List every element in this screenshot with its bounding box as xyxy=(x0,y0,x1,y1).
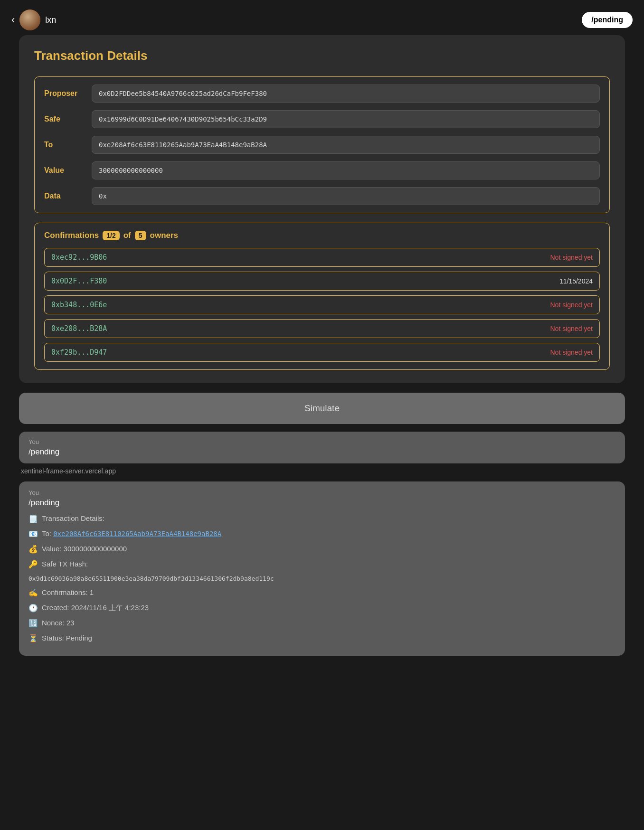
confirmations-section: Confirmations 1/2 of 5 owners 0xec92...9… xyxy=(34,223,610,370)
detail-text-7: Status: Pending xyxy=(42,633,92,644)
detail-text-1: To: 0xe208Af6c63E8110265Aab9A73EaA4B148e… xyxy=(42,528,221,539)
conf-row-1: 0x0D2F...F380 11/15/2024 xyxy=(44,272,600,291)
conf-current-badge: 1/2 xyxy=(103,231,119,240)
avatar-image xyxy=(19,9,40,30)
conf-row-4: 0xf29b...D947 Not signed yet xyxy=(44,343,600,362)
conf-address-1: 0x0D2F...F380 xyxy=(51,277,107,285)
detail-text-0: Transaction Details: xyxy=(42,513,104,524)
detail-emoji-7: ⏳ xyxy=(28,633,38,644)
conf-status-0: Not signed yet xyxy=(550,254,593,261)
proposer-label: Proposer xyxy=(44,89,92,98)
safe-value: 0x16999d6C0D91De64067430D9025b654bCc33a2… xyxy=(92,110,600,128)
detail-emoji-4: ✍️ xyxy=(28,587,38,599)
avatar xyxy=(19,9,40,30)
tx-title: Transaction Details xyxy=(34,48,610,63)
conf-row-0: 0xec92...9B06 Not signed yet xyxy=(44,248,600,267)
detail-line-6: 🔢 Nonce: 23 xyxy=(28,618,616,629)
detail-line-1: 📧 To: 0xe208Af6c63E8110265Aab9A73EaA4B14… xyxy=(28,528,616,540)
data-label: Data xyxy=(44,192,92,200)
data-row: Data 0x xyxy=(44,187,600,205)
conf-total-badge: 5 xyxy=(135,231,146,240)
simulate-button[interactable]: Simulate xyxy=(19,393,625,424)
server-url: xentinel-frame-server.vercel.app xyxy=(19,467,625,475)
value-label: Value xyxy=(44,166,92,175)
username: lxn xyxy=(45,15,56,25)
detail-text-2: Value: 3000000000000000 xyxy=(42,544,127,555)
header: ‹ lxn /pending xyxy=(0,0,644,35)
detail-line-2: 💰 Value: 3000000000000000 xyxy=(28,544,616,555)
detail-emoji-5: 🕐 xyxy=(28,603,38,614)
detail-line-3: 🔑 Safe TX Hash: xyxy=(28,559,616,570)
header-left: ‹ lxn xyxy=(11,9,56,30)
detail-line-7: ⏳ Status: Pending xyxy=(28,633,616,644)
conf-status-1: 11/15/2024 xyxy=(559,277,593,285)
main-content: Transaction Details Proposer 0x0D2FDDee5… xyxy=(0,35,644,656)
bubble-label: You xyxy=(28,438,616,445)
conf-address-3: 0xe208...B28A xyxy=(51,324,107,333)
conf-header: Confirmations 1/2 of 5 owners xyxy=(44,231,600,240)
details-bubble-label: You xyxy=(28,489,616,496)
detail-line-0: 🗒️ Transaction Details: xyxy=(28,513,616,525)
back-button[interactable]: ‹ xyxy=(11,14,15,26)
conf-row-3: 0xe208...B28A Not signed yet xyxy=(44,319,600,338)
detail-link-to[interactable]: 0xe208Af6c63E8110265Aab9A73EaA4B148e9aB2… xyxy=(53,530,221,538)
detail-line-5: 🕐 Created: 2024/11/16 上午 4:23:23 xyxy=(28,603,616,614)
pending-badge[interactable]: /pending xyxy=(582,12,633,28)
to-label: To xyxy=(44,141,92,149)
detail-emoji-6: 🔢 xyxy=(28,618,38,629)
conf-address-0: 0xec92...9B06 xyxy=(51,253,107,262)
to-row: To 0xe208Af6c63E8110265Aab9A73EaA4B148e9… xyxy=(44,136,600,154)
safe-row: Safe 0x16999d6C0D91De64067430D9025b654bC… xyxy=(44,110,600,128)
detail-text-6: Nonce: 23 xyxy=(42,618,74,629)
message-bubble-you: You /pending xyxy=(19,432,625,463)
conf-of-text: of xyxy=(123,231,131,240)
detail-text-3: Safe TX Hash: xyxy=(42,559,88,570)
conf-address-4: 0xf29b...D947 xyxy=(51,348,107,357)
conf-status-2: Not signed yet xyxy=(550,301,593,309)
detail-emoji-0: 🗒️ xyxy=(28,513,38,525)
details-section: Proposer 0x0D2FDDee5b84540A9766c025ad26d… xyxy=(34,76,610,213)
tx-hash-value: 0x9d1c69036a98a8e65511900e3ea38da79709db… xyxy=(28,574,274,584)
detail-line-hash: 0x9d1c69036a98a8e65511900e3ea38da79709db… xyxy=(28,574,616,584)
conf-owners-text: owners xyxy=(150,231,179,240)
safe-label: Safe xyxy=(44,115,92,123)
conf-status-3: Not signed yet xyxy=(550,325,593,332)
bubble-text: /pending xyxy=(28,447,616,457)
value-value: 3000000000000000 xyxy=(92,161,600,179)
details-bubble-pending: /pending xyxy=(28,498,616,508)
conf-address-2: 0xb348...0E6e xyxy=(51,301,107,309)
proposer-row: Proposer 0x0D2FDDee5b84540A9766c025ad26d… xyxy=(44,85,600,103)
detail-line-4: ✍️ Confirmations: 1 xyxy=(28,587,616,599)
data-value: 0x xyxy=(92,187,600,205)
proposer-value: 0x0D2FDDee5b84540A9766c025ad26dCaFb9FeF3… xyxy=(92,85,600,103)
conf-header-label: Confirmations xyxy=(44,231,99,240)
detail-emoji-2: 💰 xyxy=(28,544,38,555)
transaction-card: Transaction Details Proposer 0x0D2FDDee5… xyxy=(19,35,625,383)
detail-emoji-3: 🔑 xyxy=(28,559,38,570)
conf-status-4: Not signed yet xyxy=(550,349,593,356)
value-row: Value 3000000000000000 xyxy=(44,161,600,179)
detail-text-4: Confirmations: 1 xyxy=(42,587,94,598)
conf-row-2: 0xb348...0E6e Not signed yet xyxy=(44,295,600,314)
details-bubble: You /pending 🗒️ Transaction Details: 📧 T… xyxy=(19,481,625,656)
to-value: 0xe208Af6c63E8110265Aab9A73EaA4B148e9aB2… xyxy=(92,136,600,154)
detail-emoji-1: 📧 xyxy=(28,528,38,540)
detail-text-5: Created: 2024/11/16 上午 4:23:23 xyxy=(42,603,149,613)
